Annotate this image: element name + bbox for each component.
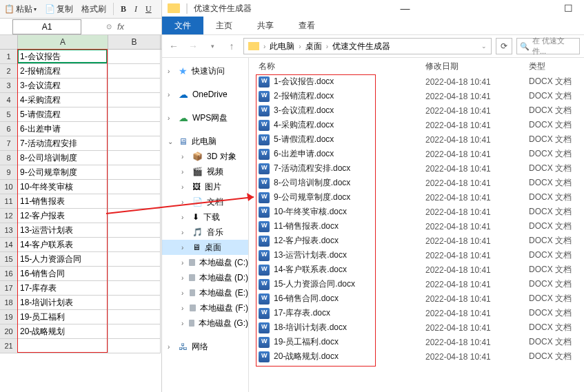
cell[interactable] — [108, 50, 161, 64]
nav-item[interactable]: ›⬇下载 — [162, 209, 248, 225]
fx-label[interactable]: fx — [117, 21, 124, 32]
tab-share[interactable]: 共享 — [245, 17, 286, 34]
file-row[interactable]: 4-采购流程.docx2022-04-18 10:41DOCX 文档 — [249, 118, 584, 132]
cell[interactable] — [108, 93, 161, 107]
expand-icon[interactable]: › — [168, 114, 174, 122]
cell[interactable] — [18, 339, 108, 353]
format-painter-button[interactable]: 格式刷 — [77, 2, 110, 17]
header-name[interactable]: 名称 — [249, 61, 425, 72]
row-header[interactable]: 3 — [0, 79, 18, 93]
nav-item[interactable]: ›🖼图片 — [162, 179, 248, 194]
row-header[interactable]: 14 — [0, 238, 18, 252]
paste-button[interactable]: 📋粘贴▾ — [0, 2, 41, 17]
nav-item[interactable]: ›📄文档 — [162, 194, 248, 209]
cell[interactable]: 11-销售报表 — [18, 194, 108, 209]
cell[interactable] — [108, 136, 161, 151]
nav-item[interactable]: ›本地磁盘 (G:) — [162, 316, 248, 331]
file-row[interactable]: 16-销售合同.docx2022-04-18 10:41DOCX 文档 — [249, 291, 584, 306]
nav-this-pc[interactable]: ⌄🖥此电脑 — [162, 134, 248, 149]
row-header[interactable]: 20 — [0, 324, 18, 339]
row-header[interactable]: 2 — [0, 64, 18, 79]
cell[interactable]: 18-培训计划表 — [18, 296, 108, 310]
cell[interactable]: 16-销售合同 — [18, 267, 108, 281]
row-header[interactable]: 21 — [0, 339, 18, 353]
file-row[interactable]: 17-库存表.docx2022-04-18 10:41DOCX 文档 — [249, 306, 584, 320]
cell[interactable]: 7-活动流程安排 — [18, 136, 108, 151]
file-row[interactable]: 18-培训计划表.docx2022-04-18 10:41DOCX 文档 — [249, 320, 584, 335]
cell[interactable] — [108, 165, 161, 180]
row-header[interactable]: 5 — [0, 107, 18, 122]
row-header[interactable]: 7 — [0, 136, 18, 151]
file-row[interactable]: 13-运营计划表.docx2022-04-18 10:41DOCX 文档 — [249, 248, 584, 262]
row-header[interactable]: 9 — [0, 165, 18, 180]
expand-icon[interactable]: › — [181, 153, 188, 161]
expand-icon[interactable]: › — [181, 168, 188, 176]
col-header-a[interactable]: A — [18, 35, 108, 49]
cell[interactable] — [108, 151, 161, 165]
nav-wps[interactable]: ›☁WPS网盘 — [162, 110, 248, 125]
nav-item[interactable]: ›本地磁盘 (F:) — [162, 300, 248, 316]
cell[interactable]: 20-战略规划 — [18, 324, 108, 339]
cell[interactable]: 4-采购流程 — [18, 93, 108, 107]
cell[interactable]: 9-公司规章制度 — [18, 165, 108, 180]
row-header[interactable]: 19 — [0, 310, 18, 324]
select-all-corner[interactable] — [0, 35, 18, 49]
cell[interactable] — [108, 79, 161, 93]
cell[interactable]: 12-客户报表 — [18, 209, 108, 223]
expand-icon[interactable]: › — [181, 289, 185, 297]
cell[interactable] — [108, 296, 161, 310]
row-header[interactable]: 4 — [0, 93, 18, 107]
tab-file[interactable]: 文件 — [162, 17, 203, 34]
search-input[interactable]: 🔍 在 优速文件... — [516, 38, 580, 54]
maximize-button[interactable]: ☐ — [558, 3, 578, 14]
file-row[interactable]: 15-人力资源合同.docx2022-04-18 10:41DOCX 文档 — [249, 277, 584, 291]
cell[interactable] — [108, 209, 161, 223]
file-row[interactable]: 6-出差申请.docx2022-04-18 10:41DOCX 文档 — [249, 147, 584, 161]
cell[interactable] — [108, 122, 161, 136]
cell[interactable]: 5-请假流程 — [18, 107, 108, 122]
nav-item[interactable]: ›📦3D 对象 — [162, 149, 248, 164]
fx-dropdown-icon[interactable]: ⊙ — [106, 23, 112, 30]
nav-network[interactable]: ›🖧网络 — [162, 339, 248, 354]
file-row[interactable]: 9-公司规章制度.docx2022-04-18 10:41DOCX 文档 — [249, 190, 584, 205]
up-button[interactable]: ↑ — [224, 39, 239, 54]
cell[interactable]: 3-会议流程 — [18, 79, 108, 93]
file-row[interactable]: 19-员工福利.docx2022-04-18 10:41DOCX 文档 — [249, 335, 584, 349]
cell[interactable] — [108, 310, 161, 324]
expand-icon[interactable]: › — [168, 68, 174, 75]
row-header[interactable]: 12 — [0, 209, 18, 223]
cell[interactable] — [108, 324, 161, 339]
dropdown-icon[interactable]: ⌄ — [481, 43, 487, 50]
refresh-button[interactable]: ⟳ — [496, 38, 512, 54]
cell[interactable] — [108, 223, 161, 238]
tab-home[interactable]: 主页 — [203, 17, 245, 34]
row-header[interactable]: 1 — [0, 50, 18, 64]
copy-button[interactable]: 📄复制 — [41, 2, 77, 17]
breadcrumb[interactable]: › 此电脑 › 桌面 › 优速文件生成器 ⌄ — [243, 38, 492, 54]
collapse-icon[interactable]: ⌄ — [168, 138, 174, 145]
row-header[interactable]: 13 — [0, 223, 18, 238]
cell[interactable]: 19-员工福利 — [18, 310, 108, 324]
header-date[interactable]: 修改日期 — [425, 61, 529, 72]
cell[interactable]: 17-库存表 — [18, 281, 108, 296]
cell[interactable]: 14-客户联系表 — [18, 238, 108, 252]
expand-icon[interactable]: › — [168, 343, 174, 351]
cell[interactable]: 6-出差申请 — [18, 122, 108, 136]
nav-quick-access[interactable]: ›★快速访问 — [162, 63, 248, 79]
row-header[interactable]: 6 — [0, 122, 18, 136]
file-row[interactable]: 12-客户报表.docx2022-04-18 10:41DOCX 文档 — [249, 234, 584, 248]
cell[interactable] — [108, 180, 161, 194]
row-header[interactable]: 18 — [0, 296, 18, 310]
cell[interactable] — [108, 64, 161, 79]
file-row[interactable]: 2-报销流程.docx2022-04-18 10:41DOCX 文档 — [249, 89, 584, 103]
file-row[interactable]: 20-战略规划.docx2022-04-18 10:41DOCX 文档 — [249, 349, 584, 364]
row-header[interactable]: 15 — [0, 252, 18, 267]
expand-icon[interactable]: › — [168, 91, 174, 99]
cell[interactable] — [108, 238, 161, 252]
bold-button[interactable]: B — [117, 3, 130, 16]
row-header[interactable]: 17 — [0, 281, 18, 296]
file-row[interactable]: 3-会议流程.docx2022-04-18 10:41DOCX 文档 — [249, 103, 584, 118]
breadcrumb-item[interactable]: 优速文件生成器 — [332, 41, 390, 52]
nav-item[interactable]: ›本地磁盘 (C:) — [162, 255, 248, 270]
nav-onedrive[interactable]: ›☁OneDrive — [162, 87, 248, 102]
